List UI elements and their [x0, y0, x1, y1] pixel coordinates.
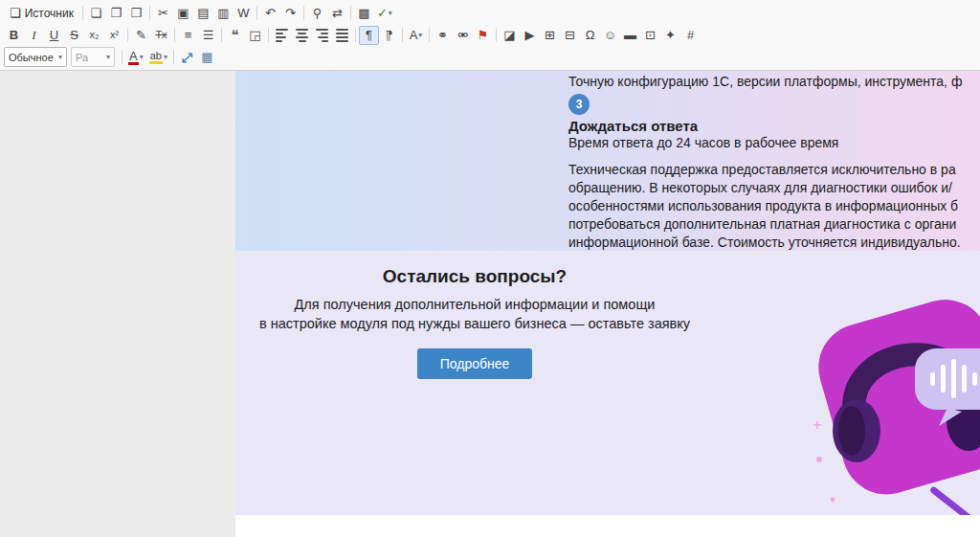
copy-icon[interactable]: ▣: [173, 4, 193, 23]
questions-text-block: Остались вопросы? Для получения дополнит…: [235, 251, 714, 379]
toolbar-separator: [256, 6, 257, 20]
details-button[interactable]: Подробнее: [417, 348, 533, 379]
blockquote-icon[interactable]: ❝: [225, 26, 245, 45]
redo-icon[interactable]: ↷: [280, 4, 301, 23]
superscript-icon[interactable]: x²: [104, 26, 124, 45]
remove-format-icon[interactable]: Tx: [151, 26, 171, 45]
toolbar-separator: [82, 6, 83, 20]
paste-plain-text-icon[interactable]: ▥: [213, 4, 234, 23]
find-icon[interactable]: ⚲: [307, 4, 327, 23]
headphones-illustration: [804, 285, 980, 515]
video-icon[interactable]: ▶: [520, 26, 540, 45]
strikethrough-icon[interactable]: S: [64, 26, 84, 45]
toolbar-separator: [402, 28, 403, 42]
anchor-icon[interactable]: ⚑: [473, 26, 493, 45]
special-character-icon[interactable]: Ω: [580, 26, 600, 45]
editor-page-margin: [0, 71, 235, 537]
toolbar-row-1: ❏Источник❏❐❒✂▣▤▥W↶↷⚲⇄▩✓▾: [4, 2, 976, 24]
text-color-button[interactable]: A▾: [125, 48, 146, 67]
step-title: Дождаться ответа: [568, 118, 980, 135]
new-page-icon[interactable]: ❏: [86, 4, 106, 23]
step-number-badge: 3: [568, 94, 590, 115]
maximize-button[interactable]: ⤢: [177, 48, 197, 67]
align-right-button[interactable]: [312, 26, 332, 45]
toolbar-separator: [496, 28, 497, 42]
replace-icon[interactable]: ⇄: [327, 4, 347, 23]
select-all-icon[interactable]: ▩: [354, 4, 374, 23]
clipped-text-line: Точную конфигурацию 1С, версии платформы…: [568, 74, 980, 90]
subscript-icon[interactable]: x₂: [84, 26, 104, 45]
align-center-button[interactable]: [292, 26, 312, 45]
chevron-down-icon: ▾: [106, 53, 110, 61]
horizontal-rule-icon[interactable]: ⊟: [560, 26, 580, 45]
toolbar-separator: [303, 6, 304, 20]
paste-icon[interactable]: ▤: [193, 4, 213, 23]
bold-icon[interactable]: B: [4, 26, 24, 45]
chevron-down-icon: ▾: [58, 53, 62, 61]
paragraph-format-dropdown[interactable]: Обычное ▾: [4, 47, 67, 67]
bulleted-list-icon[interactable]: ☰: [198, 26, 218, 45]
source-button[interactable]: ❏Источник: [4, 4, 79, 23]
image-icon[interactable]: ◪: [500, 26, 520, 45]
toolbar-row-3: Обычное ▾ Ра ▾ A▾ab▾⤢▦: [4, 46, 976, 68]
show-blocks-button[interactable]: ▦: [197, 48, 217, 67]
support-paragraph: Техническая поддержка предоставляется ис…: [568, 161, 980, 252]
link-icon[interactable]: ⚭: [433, 26, 453, 45]
media-embed-icon[interactable]: ✦: [660, 26, 680, 45]
bidi-ltr-icon[interactable]: ¶: [359, 26, 379, 45]
align-left-button[interactable]: [272, 26, 292, 45]
questions-line-2: в настройке модуля под нужды вашего бизн…: [235, 314, 714, 333]
paragraph-line: потребоваться дополнительная платная диа…: [568, 215, 980, 234]
paragraph-line: информационной базе. Стоимость уточняетс…: [568, 234, 980, 252]
toolbar-row-3-icons: A▾ab▾⤢▦: [119, 48, 217, 67]
undo-icon[interactable]: ↶: [260, 4, 280, 23]
toolbar-separator: [429, 28, 430, 42]
editor-canvas[interactable]: Точную конфигурацию 1С, версии платформы…: [235, 71, 980, 537]
toolbar-separator: [221, 28, 222, 42]
toolbar-separator: [149, 6, 150, 20]
language-icon[interactable]: A▾: [406, 26, 426, 45]
paragraph-line: особенностями использования продукта в и…: [568, 197, 980, 215]
iframe-icon[interactable]: ⊡: [640, 26, 660, 45]
copy-formatting-icon[interactable]: ✎: [131, 26, 151, 45]
bg-color-button[interactable]: ab▾: [146, 48, 170, 67]
paragraph-line: Техническая поддержка предоставляется ис…: [568, 161, 980, 179]
font-size-value: Ра: [76, 52, 88, 63]
unlink-icon[interactable]: ⚮: [453, 26, 473, 45]
rich-text-editor: ❏Источник❏❐❒✂▣▤▥W↶↷⚲⇄▩✓▾ BIUSx₂x²✎Tx≡☰❝◲…: [0, 0, 980, 537]
toolbar-separator: [355, 28, 356, 42]
align-justify-button[interactable]: [332, 26, 352, 45]
toolbar-row-2: BIUSx₂x²✎Tx≡☰❝◲¶¶A▾⚭⚮⚑◪▶⊞⊟Ω☺▬⊡✦#: [4, 24, 976, 46]
italic-icon[interactable]: I: [24, 26, 44, 45]
print-icon[interactable]: ❒: [126, 4, 146, 23]
paste-from-word-icon[interactable]: W: [234, 4, 254, 23]
numbered-list-icon[interactable]: ≡: [178, 26, 198, 45]
div-container-icon[interactable]: ◲: [245, 26, 265, 45]
support-steps-section: Точную конфигурацию 1С, версии платформы…: [235, 71, 980, 251]
questions-line-1: Для получения дополнительной информации …: [235, 295, 714, 314]
spellcheck-icon[interactable]: ✓▾: [374, 4, 395, 23]
code-snippet-icon[interactable]: #: [680, 26, 701, 45]
paragraph-format-value: Обычное: [9, 52, 54, 63]
questions-section: Остались вопросы? Для получения дополнит…: [235, 251, 980, 515]
toolbar-separator: [268, 28, 269, 42]
step-subtitle: Время ответа до 24 часов в рабочее время: [568, 135, 980, 150]
bidi-rtl-icon[interactable]: ¶: [379, 26, 399, 45]
font-size-dropdown[interactable]: Ра ▾: [71, 47, 115, 67]
toolbar-separator: [173, 50, 174, 64]
table-icon[interactable]: ⊞: [540, 26, 560, 45]
toolbar-separator: [350, 6, 351, 20]
toolbar-separator: [127, 28, 128, 42]
editor-workspace: Точную конфигурацию 1С, версии платформы…: [0, 71, 980, 537]
editor-toolbar: ❏Источник❏❐❒✂▣▤▥W↶↷⚲⇄▩✓▾ BIUSx₂x²✎Tx≡☰❝◲…: [0, 0, 980, 71]
paragraph-line: обращению. В некоторых случаях для диагн…: [568, 179, 980, 197]
preview-icon[interactable]: ❐: [106, 4, 126, 23]
page-break-icon[interactable]: ▬: [620, 26, 640, 45]
questions-title: Остались вопросы?: [235, 264, 714, 289]
cut-icon[interactable]: ✂: [153, 4, 173, 23]
emoji-icon[interactable]: ☺: [600, 26, 620, 45]
underline-icon[interactable]: U: [44, 26, 64, 45]
toolbar-separator: [174, 28, 175, 42]
toolbar-separator: [122, 50, 122, 64]
